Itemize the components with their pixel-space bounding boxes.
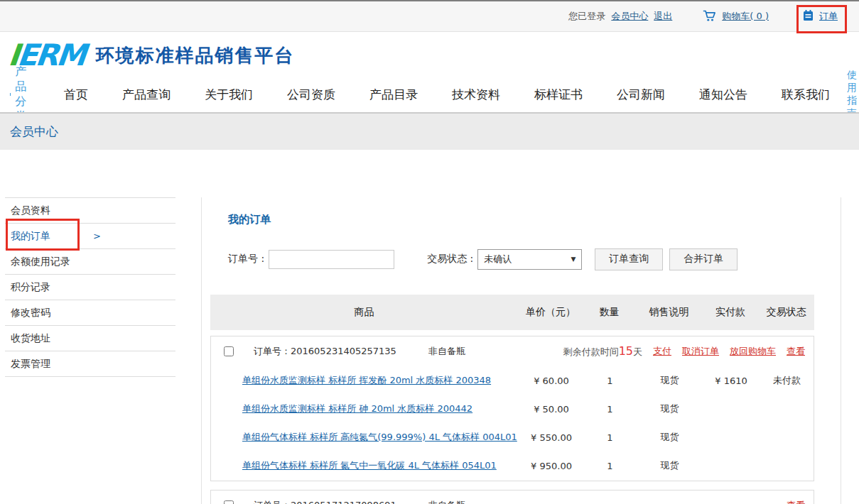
order-link[interactable]: 订单 [819, 10, 838, 23]
product-name: 单组份气体标样 标样所 高纯氮气(99.999%) 4L 气体标样 004L01 [211, 431, 519, 444]
transaction-status: 未付款 [759, 374, 814, 387]
selected-status: 未确认 [484, 253, 512, 265]
product-name: 单组份水质监测标样 标样所 挥发酚 20ml 水质标样 200348 [211, 374, 519, 387]
unit-price: ¥ 50.00 [519, 404, 584, 415]
logout-link[interactable]: 退出 [654, 10, 672, 23]
col-header-unit-price: 单价（元） [518, 306, 583, 319]
product-link[interactable]: 单组份气体标样 标样所 氮气中一氧化碳 4L 气体标样 054L01 [242, 460, 497, 471]
nav-item-about-us[interactable]: 关于我们 [188, 87, 270, 103]
my-orders-panel: 我的订单 订单号 : 交易状态 : 未确认 ▼ 订单查询 合并订单 商品 单价（… [201, 197, 841, 504]
sales-note: 现货 [636, 431, 703, 444]
member-center-link[interactable]: 会员中心 [611, 10, 648, 23]
col-header-sales-note: 销售说明 [635, 306, 703, 319]
sidebar-item-change-password[interactable]: 修改密码 [5, 300, 175, 325]
nav-item-product-search[interactable]: 产品查询 [105, 87, 188, 103]
order-actions: 查看 [787, 499, 805, 504]
sidebar-item-member-profile[interactable]: 会员资料 [5, 197, 175, 223]
bottle-type-label: 非自备瓶 [428, 499, 465, 504]
product-row: 单组份气体标样 标样所 氮气中一氧化碳 4L 气体标样 054L01 ¥ 950… [211, 451, 814, 480]
quantity: 1 [584, 404, 636, 415]
order-header-row: 订单号：201605171217098691 非自备瓶 查看 [211, 491, 814, 504]
paid-amount: ¥ 1610 [703, 376, 759, 386]
site-title: 环境标准样品销售平台 [95, 43, 294, 68]
nav-item-announcements[interactable]: 通知公告 [682, 87, 765, 103]
breadcrumb-band: 会员中心 [0, 112, 859, 150]
product-link[interactable]: 单组份水质监测标样 标样所 挥发酚 20ml 水质标样 200348 [242, 375, 491, 385]
order-list-icon [803, 10, 814, 23]
sidebar-item-my-orders[interactable]: 我的订单 > [5, 223, 175, 248]
order-query-button[interactable]: 订单查询 [595, 248, 663, 270]
order-filter-bar: 订单号 : 交易状态 : 未确认 ▼ 订单查询 合并订单 [228, 248, 738, 270]
bullet-icon [10, 93, 11, 96]
order-number: 订单号：201605231405257135 [254, 345, 396, 358]
merge-orders-button[interactable]: 合并订单 [669, 248, 738, 270]
main-nav: 产品分类 首页 产品查询 关于我们 公司资质 产品目录 技术资料 标样证书 公司… [0, 77, 859, 111]
product-row: 单组份水质监测标样 标样所 挥发酚 20ml 水质标样 200348 ¥ 60.… [211, 366, 814, 395]
col-header-transaction-status: 交易状态 [758, 306, 814, 319]
logged-in-text: 您已登录 [568, 10, 605, 23]
order-header-row: 订单号：201605231405257135 非自备瓶 剩余付款时间15天 支付… [211, 336, 814, 366]
col-header-quantity: 数量 [583, 306, 635, 319]
member-sidebar: 会员资料 我的订单 > 余额使用记录 积分记录 修改密码 收货地址 发票管理 [5, 197, 175, 377]
product-link[interactable]: 单组份水质监测标样 标样所 砷 20ml 水质标样 200442 [242, 403, 472, 414]
remaining-payment-time: 剩余付款时间15天 [563, 344, 642, 358]
nav-item-company-qualification[interactable]: 公司资质 [270, 87, 352, 103]
page-title: 我的订单 [228, 213, 271, 226]
order-number: 订单号：201605171217098691 [254, 499, 396, 504]
unit-price: ¥ 950.00 [519, 461, 584, 471]
pay-link[interactable]: 支付 [653, 345, 671, 358]
transaction-status-select[interactable]: 未确认 ▼ [477, 249, 582, 270]
cart-link[interactable]: 购物车( 0 ) [722, 10, 769, 23]
nav-item-contact-us[interactable]: 联系我们 [765, 87, 847, 103]
orders-table-header: 商品 单价（元） 数量 销售说明 实付款 交易状态 [210, 295, 814, 330]
bottle-type-label: 非自备瓶 [428, 345, 465, 358]
breadcrumb: 会员中心 [10, 124, 58, 140]
product-name: 单组份水质监测标样 标样所 砷 20ml 水质标样 200442 [211, 402, 519, 415]
cancel-order-link[interactable]: 取消订单 [682, 345, 719, 358]
return-to-cart-link[interactable]: 放回购物车 [730, 345, 776, 358]
product-row: 单组份水质监测标样 标样所 砷 20ml 水质标样 200442 ¥ 50.00… [211, 395, 814, 423]
login-status-group: 您已登录 会员中心 退出 [568, 10, 672, 23]
sales-note: 现货 [636, 402, 703, 415]
unit-price: ¥ 60.00 [519, 376, 584, 386]
sidebar-item-points-records[interactable]: 积分记录 [5, 274, 175, 300]
unit-price: ¥ 550.00 [519, 432, 584, 443]
order-no-label: 订单号 : [228, 253, 264, 265]
view-order-link[interactable]: 查看 [787, 345, 805, 358]
product-link[interactable]: 单组份气体标样 标样所 高纯氮气(99.999%) 4L 气体标样 004L01 [242, 432, 517, 442]
quantity: 1 [584, 376, 636, 386]
col-header-product: 商品 [210, 306, 518, 319]
chevron-down-icon: ▼ [571, 256, 576, 263]
order-select-checkbox[interactable] [224, 500, 234, 504]
quantity: 1 [584, 432, 636, 443]
cart-icon [702, 9, 716, 24]
product-name: 单组份气体标样 标样所 氮气中一氧化碳 4L 气体标样 054L01 [211, 459, 519, 472]
sidebar-item-shipping-address[interactable]: 收货地址 [5, 325, 175, 351]
col-header-paid-amount: 实付款 [703, 306, 758, 319]
sales-note: 现货 [636, 374, 703, 387]
order-select-checkbox[interactable] [224, 346, 234, 356]
order-group[interactable]: 订单 [803, 10, 838, 23]
topbar: 您已登录 会员中心 退出 购物车( 0 ) 订单 [0, 0, 859, 32]
chevron-right-icon: > [93, 224, 101, 248]
order-no-input[interactable] [269, 250, 394, 269]
sidebar-item-invoice-management[interactable]: 发票管理 [5, 351, 175, 376]
transaction-status-label: 交易状态 : [427, 253, 473, 265]
order-group: 订单号：201605171217098691 非自备瓶 查看 [210, 490, 814, 504]
product-row: 单组份气体标样 标样所 高纯氮气(99.999%) 4L 气体标样 004L01… [211, 423, 814, 451]
sidebar-item-balance-records[interactable]: 余额使用记录 [5, 248, 175, 274]
site-header: IERM 环境标准样品销售平台 [0, 33, 859, 77]
nav-item-company-news[interactable]: 公司新闻 [600, 87, 682, 103]
nav-item-technical-docs[interactable]: 技术资料 [435, 87, 517, 103]
quantity: 1 [584, 461, 636, 471]
sales-note: 现货 [636, 459, 703, 472]
nav-item-product-catalog[interactable]: 产品目录 [352, 87, 435, 103]
order-actions: 剩余付款时间15天 支付 取消订单 放回购物车 查看 [563, 344, 805, 358]
nav-items: 首页 产品查询 关于我们 公司资质 产品目录 技术资料 标样证书 公司新闻 通知… [47, 87, 847, 103]
order-group: 订单号：201605231405257135 非自备瓶 剩余付款时间15天 支付… [210, 336, 814, 481]
nav-item-sample-certificates[interactable]: 标样证书 [517, 87, 600, 103]
cart-group[interactable]: 购物车( 0 ) [702, 9, 769, 24]
nav-item-home[interactable]: 首页 [47, 87, 105, 103]
view-order-link[interactable]: 查看 [787, 499, 805, 504]
